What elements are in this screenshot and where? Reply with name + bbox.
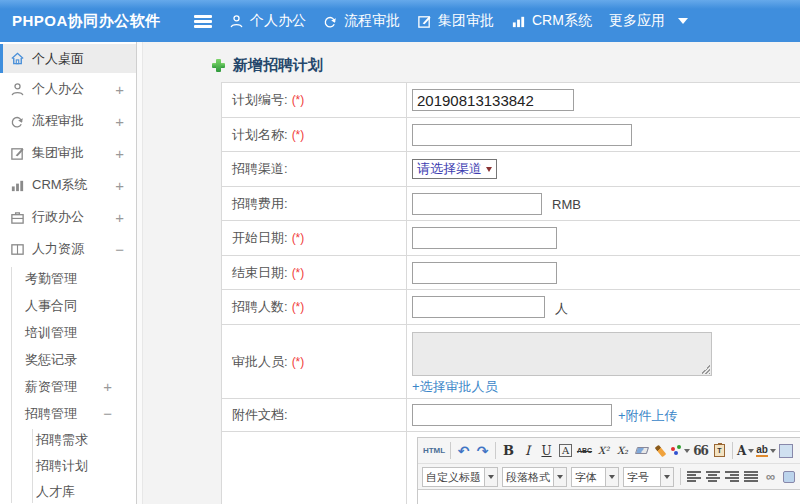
italic-button[interactable]: I bbox=[519, 440, 536, 461]
approver-textarea[interactable] bbox=[412, 332, 712, 376]
home-icon bbox=[10, 51, 25, 66]
sidebar-item-training[interactable]: 培训管理 bbox=[0, 319, 136, 346]
main-content: 新增招聘计划 计划编号:(*) 计划名称:(*) 招聘渠道: 请选择渠道 bbox=[143, 42, 800, 504]
bold-button[interactable]: B bbox=[500, 440, 517, 461]
color-dots-icon bbox=[671, 445, 682, 456]
sidebar-item-admin-office[interactable]: 行政办公 + bbox=[0, 201, 136, 233]
topnav-personal-office[interactable]: 个人办公 bbox=[229, 12, 306, 30]
headcount-input[interactable] bbox=[412, 296, 545, 318]
expand-plus-icon[interactable]: + bbox=[115, 113, 124, 130]
collapse-minus-icon[interactable]: − bbox=[103, 405, 112, 422]
brush-icon bbox=[655, 444, 667, 456]
image-icon bbox=[779, 444, 793, 458]
sidebar-item-crm-system[interactable]: CRM系统 + bbox=[0, 169, 136, 201]
insert-image-button[interactable] bbox=[778, 440, 795, 461]
paste-button[interactable]: T bbox=[711, 440, 728, 461]
hamburger-menu-icon[interactable] bbox=[194, 15, 212, 28]
expand-plus-icon[interactable]: + bbox=[103, 378, 112, 395]
blockquote-button[interactable]: 66 bbox=[692, 440, 709, 461]
align-center-button[interactable] bbox=[704, 466, 721, 487]
sidebar-hr-submenu: 考勤管理 人事合同 培训管理 奖惩记录 薪资管理+ 招聘管理− 招聘需求 招聘计… bbox=[0, 265, 136, 504]
editor-toolbar-row1: HTML ↶ ↷ B I U A ABC X² X₂ bbox=[418, 438, 800, 464]
format-brush-button[interactable] bbox=[652, 440, 669, 461]
attachment-input[interactable] bbox=[412, 404, 612, 426]
underline-button[interactable]: U bbox=[538, 440, 555, 461]
align-right-button[interactable] bbox=[723, 466, 740, 487]
workflow-icon bbox=[323, 14, 338, 29]
sidebar-item-recruit-demand[interactable]: 招聘需求 bbox=[0, 427, 136, 453]
unlink-button[interactable] bbox=[780, 466, 797, 487]
sidebar-item-talent-pool[interactable]: 人才库 bbox=[0, 479, 136, 504]
eraser-button[interactable] bbox=[633, 440, 650, 461]
channel-select[interactable]: 请选择渠道 bbox=[412, 159, 497, 179]
html-source-button[interactable]: HTML bbox=[422, 440, 446, 461]
expand-plus-icon[interactable]: + bbox=[115, 81, 124, 98]
clipboard-icon: T bbox=[714, 444, 725, 457]
page-title: 新增招聘计划 bbox=[211, 50, 323, 80]
sidebar-item-recruit-mgmt[interactable]: 招聘管理− bbox=[0, 400, 136, 427]
link-button[interactable]: ∞ bbox=[761, 466, 778, 487]
recruit-plan-form: 计划编号:(*) 计划名称:(*) 招聘渠道: 请选择渠道 招聘费用: RMB bbox=[221, 82, 800, 504]
form-row-plan-no: 计划编号:(*) bbox=[222, 83, 800, 118]
custom-heading-select[interactable]: 自定义标题 bbox=[422, 467, 498, 487]
form-row-editor: HTML ↶ ↷ B I U A ABC X² X₂ bbox=[222, 432, 800, 504]
sidebar-item-hr[interactable]: 人力资源 − bbox=[0, 233, 136, 265]
editor-content-area[interactable] bbox=[418, 490, 800, 504]
cost-input[interactable] bbox=[412, 193, 542, 215]
collapse-minus-icon[interactable]: − bbox=[115, 241, 124, 258]
sidebar-recruit-submenu: 招聘需求 招聘计划 人才库 bbox=[0, 427, 136, 504]
justify-button[interactable] bbox=[742, 466, 759, 487]
topnav-more-apps[interactable]: 更多应用 bbox=[609, 12, 688, 30]
edit-icon bbox=[10, 146, 25, 161]
start-date-input[interactable] bbox=[412, 227, 557, 249]
paragraph-format-select[interactable]: 段落格式 bbox=[502, 467, 567, 487]
sidebar-item-workflow-approval[interactable]: 流程审批 + bbox=[0, 105, 136, 137]
form-row-approver: 审批人员:(*) +选择审批人员 bbox=[222, 325, 800, 399]
chevron-down-icon bbox=[553, 468, 566, 486]
attachment-upload-link[interactable]: +附件上传 bbox=[618, 408, 678, 423]
briefcase-icon bbox=[10, 210, 25, 225]
chevron-down-icon bbox=[748, 449, 754, 453]
sidebar-item-salary[interactable]: 薪资管理+ bbox=[0, 373, 136, 400]
sidebar-item-hr-contract[interactable]: 人事合同 bbox=[0, 292, 136, 319]
topnav-group-approval[interactable]: 集团审批 bbox=[417, 12, 494, 30]
form-row-cost: 招聘费用: RMB bbox=[222, 187, 800, 221]
subscript-button[interactable]: X₂ bbox=[614, 440, 631, 461]
eraser-icon bbox=[634, 447, 648, 454]
undo-button[interactable]: ↶ bbox=[455, 440, 472, 461]
sidebar-item-rewards[interactable]: 奖惩记录 bbox=[0, 346, 136, 373]
align-right-icon bbox=[725, 471, 739, 482]
redo-button[interactable]: ↷ bbox=[474, 440, 491, 461]
bar-chart-icon bbox=[511, 14, 526, 29]
chevron-down-icon bbox=[660, 468, 673, 486]
sidebar-item-recruit-plan[interactable]: 招聘计划 bbox=[0, 453, 136, 479]
choose-approver-link[interactable]: +选择审批人员 bbox=[412, 380, 498, 394]
sidebar-item-group-approval[interactable]: 集团审批 + bbox=[0, 137, 136, 169]
plan-name-input[interactable] bbox=[412, 124, 632, 146]
font-size-select[interactable]: 字号 bbox=[623, 467, 674, 487]
font-style-button[interactable]: A bbox=[559, 444, 572, 457]
plus-icon bbox=[211, 58, 226, 73]
topnav-workflow-approval[interactable]: 流程审批 bbox=[323, 12, 400, 30]
form-row-end-date: 结束日期:(*) bbox=[222, 256, 800, 290]
strikethrough-button[interactable]: ABC bbox=[576, 440, 593, 461]
end-date-input[interactable] bbox=[412, 262, 557, 284]
expand-plus-icon[interactable]: + bbox=[115, 209, 124, 226]
paint-format-button[interactable] bbox=[671, 440, 690, 461]
highlight-button[interactable]: ab bbox=[756, 440, 776, 461]
chevron-down-icon bbox=[770, 449, 776, 453]
font-color-button[interactable]: A bbox=[737, 440, 754, 461]
expand-plus-icon[interactable]: + bbox=[115, 145, 124, 162]
align-left-button[interactable] bbox=[685, 466, 702, 487]
sidebar-item-attendance[interactable]: 考勤管理 bbox=[0, 265, 136, 292]
sidebar-item-personal-office[interactable]: 个人办公 + bbox=[0, 73, 136, 105]
edit-icon bbox=[417, 14, 432, 29]
expand-plus-icon[interactable]: + bbox=[115, 177, 124, 194]
plan-no-input[interactable] bbox=[412, 89, 574, 111]
font-family-select[interactable]: 字体 bbox=[571, 467, 619, 487]
superscript-button[interactable]: X² bbox=[595, 440, 612, 461]
user-icon bbox=[229, 14, 244, 29]
topnav-crm-system[interactable]: CRM系统 bbox=[511, 12, 592, 30]
sidebar-item-desktop[interactable]: 个人桌面 bbox=[0, 44, 136, 73]
chevron-down-icon bbox=[684, 449, 690, 453]
